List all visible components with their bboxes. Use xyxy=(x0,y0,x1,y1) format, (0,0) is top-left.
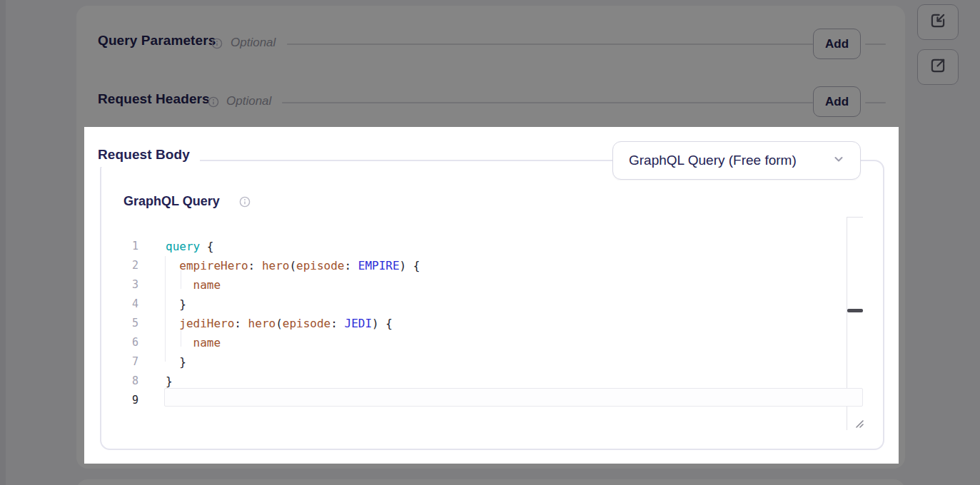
chevron-down-icon xyxy=(832,152,846,169)
divider xyxy=(287,44,813,45)
editor-border-top xyxy=(847,217,863,218)
code-line[interactable]: name xyxy=(166,275,862,295)
code-line[interactable] xyxy=(166,391,862,410)
query-parameters-optional-badge: Optional xyxy=(231,36,276,50)
external-link-icon xyxy=(929,56,947,78)
graphql-query-panel: GraphQL Query 123456789 query { empireHe… xyxy=(100,160,884,450)
code-line[interactable]: } xyxy=(166,372,862,391)
page-edge-strip xyxy=(0,0,6,485)
code-line[interactable]: query { xyxy=(166,237,862,256)
body-type-select-value: GraphQL Query (Free form) xyxy=(629,153,797,168)
line-number: 4 xyxy=(116,295,138,314)
code-line[interactable]: empireHero: hero(episode: EMPIRE) { xyxy=(166,256,862,275)
line-number: 2 xyxy=(116,256,138,275)
edit-box-icon xyxy=(929,11,947,33)
request-headers-optional-badge: Optional xyxy=(226,94,271,108)
next-section-card xyxy=(76,479,905,485)
edit-in-editor-button[interactable] xyxy=(917,4,959,40)
query-parameters-label: Query Parameters xyxy=(98,33,216,48)
code-line[interactable]: } xyxy=(166,352,862,372)
line-number: 5 xyxy=(116,314,138,333)
divider xyxy=(865,44,886,45)
request-form-card: Query Parameters Optional Add Request He… xyxy=(76,6,905,469)
open-external-button[interactable] xyxy=(917,49,959,85)
divider xyxy=(282,102,813,103)
code-line[interactable]: name xyxy=(166,333,862,352)
line-number: 9 xyxy=(116,391,138,410)
info-icon[interactable] xyxy=(211,38,223,52)
code-line[interactable]: jediHero: hero(episode: JEDI) { xyxy=(166,314,862,333)
line-number: 6 xyxy=(116,333,138,352)
code-editor[interactable]: query { empireHero: hero(episode: EMPIRE… xyxy=(166,237,862,410)
add-request-header-button[interactable]: Add xyxy=(813,86,861,117)
request-headers-label: Request Headers xyxy=(98,91,210,107)
body-type-select[interactable]: GraphQL Query (Free form) xyxy=(612,141,861,180)
info-icon[interactable] xyxy=(208,96,219,111)
request-body-label: Request Body xyxy=(96,146,200,167)
line-number: 8 xyxy=(116,372,138,391)
info-icon[interactable] xyxy=(239,196,251,210)
divider xyxy=(865,102,886,103)
scrollbar-thumb[interactable] xyxy=(847,309,863,312)
code-line[interactable]: } xyxy=(166,295,862,314)
line-number: 7 xyxy=(116,352,138,372)
line-number: 3 xyxy=(116,275,138,295)
line-number: 1 xyxy=(116,237,138,256)
resize-handle-icon[interactable] xyxy=(854,418,865,429)
code-gutter: 123456789 xyxy=(116,237,138,410)
add-query-parameter-button[interactable]: Add xyxy=(813,29,861,59)
graphql-query-label: GraphQL Query xyxy=(123,194,220,209)
